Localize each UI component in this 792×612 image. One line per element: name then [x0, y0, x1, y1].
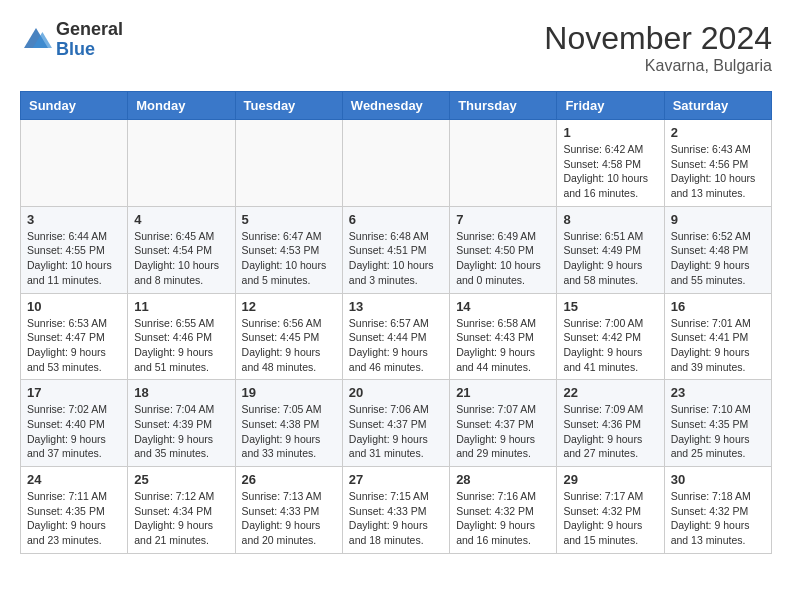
page-header: General Blue November 2024 Kavarna, Bulg…: [20, 20, 772, 75]
day-info: Sunrise: 6:43 AM Sunset: 4:56 PM Dayligh…: [671, 142, 765, 201]
day-number: 22: [563, 385, 657, 400]
calendar-cell: 17Sunrise: 7:02 AM Sunset: 4:40 PM Dayli…: [21, 380, 128, 467]
calendar-cell: 22Sunrise: 7:09 AM Sunset: 4:36 PM Dayli…: [557, 380, 664, 467]
calendar-cell: 30Sunrise: 7:18 AM Sunset: 4:32 PM Dayli…: [664, 467, 771, 554]
calendar-cell: 9Sunrise: 6:52 AM Sunset: 4:48 PM Daylig…: [664, 206, 771, 293]
location: Kavarna, Bulgaria: [544, 57, 772, 75]
day-info: Sunrise: 6:47 AM Sunset: 4:53 PM Dayligh…: [242, 229, 336, 288]
day-number: 30: [671, 472, 765, 487]
calendar-cell: [450, 120, 557, 207]
calendar-cell: 23Sunrise: 7:10 AM Sunset: 4:35 PM Dayli…: [664, 380, 771, 467]
calendar-cell: 14Sunrise: 6:58 AM Sunset: 4:43 PM Dayli…: [450, 293, 557, 380]
logo-text: General Blue: [56, 20, 123, 60]
calendar-cell: [235, 120, 342, 207]
calendar-cell: 8Sunrise: 6:51 AM Sunset: 4:49 PM Daylig…: [557, 206, 664, 293]
title-block: November 2024 Kavarna, Bulgaria: [544, 20, 772, 75]
day-info: Sunrise: 7:15 AM Sunset: 4:33 PM Dayligh…: [349, 489, 443, 548]
day-info: Sunrise: 6:48 AM Sunset: 4:51 PM Dayligh…: [349, 229, 443, 288]
day-number: 21: [456, 385, 550, 400]
day-number: 11: [134, 299, 228, 314]
calendar-week-1: 1Sunrise: 6:42 AM Sunset: 4:58 PM Daylig…: [21, 120, 772, 207]
day-info: Sunrise: 6:58 AM Sunset: 4:43 PM Dayligh…: [456, 316, 550, 375]
day-info: Sunrise: 7:02 AM Sunset: 4:40 PM Dayligh…: [27, 402, 121, 461]
day-info: Sunrise: 7:18 AM Sunset: 4:32 PM Dayligh…: [671, 489, 765, 548]
calendar-cell: [21, 120, 128, 207]
calendar: SundayMondayTuesdayWednesdayThursdayFrid…: [20, 91, 772, 554]
day-number: 23: [671, 385, 765, 400]
logo-general: General: [56, 19, 123, 39]
day-number: 8: [563, 212, 657, 227]
calendar-cell: 5Sunrise: 6:47 AM Sunset: 4:53 PM Daylig…: [235, 206, 342, 293]
calendar-cell: 24Sunrise: 7:11 AM Sunset: 4:35 PM Dayli…: [21, 467, 128, 554]
day-info: Sunrise: 6:51 AM Sunset: 4:49 PM Dayligh…: [563, 229, 657, 288]
header-day-tuesday: Tuesday: [235, 92, 342, 120]
calendar-cell: 28Sunrise: 7:16 AM Sunset: 4:32 PM Dayli…: [450, 467, 557, 554]
header-day-wednesday: Wednesday: [342, 92, 449, 120]
calendar-cell: 10Sunrise: 6:53 AM Sunset: 4:47 PM Dayli…: [21, 293, 128, 380]
day-info: Sunrise: 7:05 AM Sunset: 4:38 PM Dayligh…: [242, 402, 336, 461]
header-day-thursday: Thursday: [450, 92, 557, 120]
calendar-cell: 16Sunrise: 7:01 AM Sunset: 4:41 PM Dayli…: [664, 293, 771, 380]
day-number: 2: [671, 125, 765, 140]
day-number: 15: [563, 299, 657, 314]
day-number: 14: [456, 299, 550, 314]
day-number: 5: [242, 212, 336, 227]
day-number: 20: [349, 385, 443, 400]
day-info: Sunrise: 7:00 AM Sunset: 4:42 PM Dayligh…: [563, 316, 657, 375]
day-info: Sunrise: 6:55 AM Sunset: 4:46 PM Dayligh…: [134, 316, 228, 375]
header-day-monday: Monday: [128, 92, 235, 120]
calendar-week-3: 10Sunrise: 6:53 AM Sunset: 4:47 PM Dayli…: [21, 293, 772, 380]
day-info: Sunrise: 7:01 AM Sunset: 4:41 PM Dayligh…: [671, 316, 765, 375]
day-info: Sunrise: 7:06 AM Sunset: 4:37 PM Dayligh…: [349, 402, 443, 461]
calendar-cell: [342, 120, 449, 207]
calendar-cell: 7Sunrise: 6:49 AM Sunset: 4:50 PM Daylig…: [450, 206, 557, 293]
calendar-cell: 29Sunrise: 7:17 AM Sunset: 4:32 PM Dayli…: [557, 467, 664, 554]
calendar-cell: 26Sunrise: 7:13 AM Sunset: 4:33 PM Dayli…: [235, 467, 342, 554]
day-info: Sunrise: 6:52 AM Sunset: 4:48 PM Dayligh…: [671, 229, 765, 288]
day-number: 3: [27, 212, 121, 227]
calendar-cell: 11Sunrise: 6:55 AM Sunset: 4:46 PM Dayli…: [128, 293, 235, 380]
day-info: Sunrise: 6:44 AM Sunset: 4:55 PM Dayligh…: [27, 229, 121, 288]
day-number: 28: [456, 472, 550, 487]
calendar-cell: 25Sunrise: 7:12 AM Sunset: 4:34 PM Dayli…: [128, 467, 235, 554]
day-info: Sunrise: 7:11 AM Sunset: 4:35 PM Dayligh…: [27, 489, 121, 548]
day-number: 13: [349, 299, 443, 314]
day-number: 25: [134, 472, 228, 487]
calendar-cell: 4Sunrise: 6:45 AM Sunset: 4:54 PM Daylig…: [128, 206, 235, 293]
calendar-cell: 6Sunrise: 6:48 AM Sunset: 4:51 PM Daylig…: [342, 206, 449, 293]
day-info: Sunrise: 6:42 AM Sunset: 4:58 PM Dayligh…: [563, 142, 657, 201]
day-info: Sunrise: 7:13 AM Sunset: 4:33 PM Dayligh…: [242, 489, 336, 548]
day-number: 27: [349, 472, 443, 487]
calendar-cell: 27Sunrise: 7:15 AM Sunset: 4:33 PM Dayli…: [342, 467, 449, 554]
day-info: Sunrise: 7:16 AM Sunset: 4:32 PM Dayligh…: [456, 489, 550, 548]
day-info: Sunrise: 7:09 AM Sunset: 4:36 PM Dayligh…: [563, 402, 657, 461]
logo-blue: Blue: [56, 39, 95, 59]
day-number: 1: [563, 125, 657, 140]
day-info: Sunrise: 7:07 AM Sunset: 4:37 PM Dayligh…: [456, 402, 550, 461]
header-day-friday: Friday: [557, 92, 664, 120]
day-number: 12: [242, 299, 336, 314]
calendar-cell: 2Sunrise: 6:43 AM Sunset: 4:56 PM Daylig…: [664, 120, 771, 207]
calendar-cell: 20Sunrise: 7:06 AM Sunset: 4:37 PM Dayli…: [342, 380, 449, 467]
day-info: Sunrise: 6:56 AM Sunset: 4:45 PM Dayligh…: [242, 316, 336, 375]
day-info: Sunrise: 6:49 AM Sunset: 4:50 PM Dayligh…: [456, 229, 550, 288]
calendar-body: 1Sunrise: 6:42 AM Sunset: 4:58 PM Daylig…: [21, 120, 772, 554]
calendar-cell: 1Sunrise: 6:42 AM Sunset: 4:58 PM Daylig…: [557, 120, 664, 207]
day-number: 6: [349, 212, 443, 227]
day-info: Sunrise: 7:10 AM Sunset: 4:35 PM Dayligh…: [671, 402, 765, 461]
logo-icon: [20, 24, 52, 56]
calendar-cell: 19Sunrise: 7:05 AM Sunset: 4:38 PM Dayli…: [235, 380, 342, 467]
logo: General Blue: [20, 20, 123, 60]
header-row: SundayMondayTuesdayWednesdayThursdayFrid…: [21, 92, 772, 120]
day-number: 19: [242, 385, 336, 400]
calendar-week-5: 24Sunrise: 7:11 AM Sunset: 4:35 PM Dayli…: [21, 467, 772, 554]
day-number: 7: [456, 212, 550, 227]
day-number: 29: [563, 472, 657, 487]
day-number: 4: [134, 212, 228, 227]
calendar-cell: 15Sunrise: 7:00 AM Sunset: 4:42 PM Dayli…: [557, 293, 664, 380]
calendar-cell: 12Sunrise: 6:56 AM Sunset: 4:45 PM Dayli…: [235, 293, 342, 380]
day-info: Sunrise: 6:45 AM Sunset: 4:54 PM Dayligh…: [134, 229, 228, 288]
day-number: 16: [671, 299, 765, 314]
calendar-week-2: 3Sunrise: 6:44 AM Sunset: 4:55 PM Daylig…: [21, 206, 772, 293]
day-number: 24: [27, 472, 121, 487]
